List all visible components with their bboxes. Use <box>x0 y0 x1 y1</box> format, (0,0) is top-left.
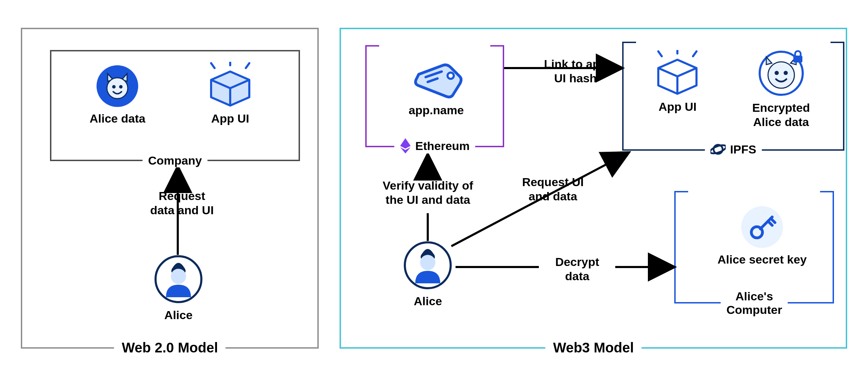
alice-col: Alice <box>154 255 203 322</box>
alice-label-web3: Alice <box>414 294 442 308</box>
alice-col-web3: Alice <box>403 241 452 308</box>
secret-key-col: Alice secret key <box>717 206 807 266</box>
svg-point-4 <box>119 85 123 89</box>
svg-line-35 <box>771 218 775 223</box>
svg-rect-31 <box>793 56 802 62</box>
svg-point-2 <box>107 78 128 99</box>
alice-computer-label: Alice's Computer <box>721 290 788 317</box>
alice-data-label: Alice data <box>90 112 145 125</box>
diagram-row: Web 2.0 Model Company Alice d <box>14 14 854 361</box>
svg-point-28 <box>768 62 794 88</box>
svg-point-37 <box>420 255 435 270</box>
lock-icon <box>791 49 805 64</box>
encrypted-alice-col: Encrypted Alice data <box>752 51 810 129</box>
alice-data-col: Alice data <box>90 65 145 125</box>
svg-line-5 <box>211 63 215 68</box>
key-icon <box>747 212 777 242</box>
app-ui-label: App UI <box>211 112 249 125</box>
tag-icon <box>408 57 464 99</box>
svg-point-29 <box>775 71 779 75</box>
link-app-label: Link to app UI hash <box>532 57 619 85</box>
company-box: Company Alice data <box>50 50 300 161</box>
web3-title: Web3 Model <box>545 340 642 356</box>
app-name-label: app.name <box>409 103 464 117</box>
app-ui-col-web3: App UI <box>651 50 703 114</box>
web2-title: Web 2.0 Model <box>114 340 226 356</box>
alice-computer-box: Alice's Computer Alice secret key <box>674 192 834 303</box>
svg-point-30 <box>784 71 788 75</box>
request-data-ui-label: Request data and UI <box>137 189 227 217</box>
decrypt-label: Decrypt data <box>546 255 608 283</box>
svg-point-15 <box>448 73 454 79</box>
secret-key-label: Alice secret key <box>717 253 807 266</box>
svg-line-7 <box>246 63 249 68</box>
person-avatar-icon <box>403 241 452 290</box>
verify-label: Verify validity of the UI and data <box>372 178 483 207</box>
app-ui-col: App UI <box>204 62 256 125</box>
svg-point-11 <box>171 269 186 284</box>
svg-line-22 <box>693 51 696 56</box>
key-icon-circle <box>741 206 783 248</box>
svg-marker-26 <box>766 57 772 65</box>
box-sparkle-icon <box>651 50 703 95</box>
svg-point-19 <box>711 143 726 155</box>
app-ui-label-web3: App UI <box>659 100 697 114</box>
ethereum-icon <box>400 138 411 153</box>
ipfs-label: IPFS <box>705 142 762 157</box>
alice-label-web2: Alice <box>164 308 192 322</box>
svg-point-3 <box>112 85 116 89</box>
box-sparkle-icon <box>204 62 256 107</box>
cat-avatar-icon <box>97 65 138 107</box>
web2-panel: Web 2.0 Model Company Alice d <box>21 28 319 347</box>
web3-panel: Web3 Model Ethereum a <box>340 28 847 347</box>
person-avatar-icon <box>154 255 203 303</box>
svg-line-20 <box>658 51 662 56</box>
company-label: Company <box>143 154 208 167</box>
planet-icon <box>711 142 726 157</box>
encrypted-alice-label: Encrypted Alice data <box>752 101 810 129</box>
svg-marker-13 <box>400 138 411 149</box>
svg-line-34 <box>768 221 772 225</box>
appname-col: app.name <box>408 57 464 117</box>
ethereum-box: Ethereum app.name <box>365 47 504 147</box>
ethereum-label: Ethereum <box>394 138 475 153</box>
ipfs-box: IPFS App UI <box>622 43 844 151</box>
request-ui-label: Request UI and data <box>515 175 591 203</box>
